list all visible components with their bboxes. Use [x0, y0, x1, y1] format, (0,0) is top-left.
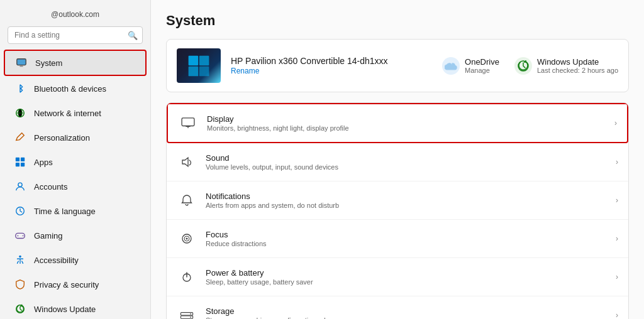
settings-subtitle-storage: Storage space, drives, configuration rul… — [206, 316, 616, 319]
device-actions: OneDrive Manage Windows Update Last chec… — [442, 57, 618, 75]
action-subtitle-onedrive: Manage — [465, 67, 499, 74]
windows-logo-icon — [187, 55, 210, 77]
accessibility-icon — [14, 254, 26, 266]
sidebar-label-apps: Apps — [34, 158, 53, 167]
action-title-onedrive: OneDrive — [465, 57, 499, 67]
sound-icon — [177, 152, 197, 172]
settings-item-storage[interactable]: Storage Storage space, drives, configura… — [167, 296, 628, 319]
svg-point-14 — [19, 256, 21, 258]
svg-rect-18 — [189, 66, 199, 76]
chevron-icon-focus: › — [616, 234, 618, 243]
sidebar: @outlook.com 🔍 System Bluetooth & device… — [0, 0, 151, 319]
sidebar-item-system[interactable]: System — [4, 50, 147, 76]
sidebar-item-personalization[interactable]: Personalization — [4, 126, 147, 149]
sidebar-label-windows-update: Windows Update — [34, 305, 96, 314]
chevron-icon-storage: › — [616, 311, 618, 319]
device-info: HP Pavilion x360 Convertible 14-dh1xxx R… — [231, 56, 442, 75]
storage-icon — [177, 305, 197, 319]
power-icon — [177, 267, 197, 287]
windows-update-icon — [14, 303, 26, 315]
sidebar-item-gaming[interactable]: Gaming — [4, 224, 147, 247]
svg-point-9 — [18, 183, 22, 187]
svg-point-33 — [190, 316, 191, 318]
action-text-windows-update-action: Windows Update Last checked: 2 hours ago — [537, 57, 618, 74]
sidebar-item-apps[interactable]: Apps — [4, 150, 147, 174]
winupdate-icon — [514, 57, 532, 75]
focus-icon — [177, 229, 197, 249]
settings-title-display: Display — [207, 114, 614, 124]
device-name: HP Pavilion x360 Convertible 14-dh1xxx — [231, 56, 442, 66]
device-action-onedrive[interactable]: OneDrive Manage — [442, 57, 499, 75]
sidebar-item-accessibility[interactable]: Accessibility — [4, 248, 147, 272]
settings-text-sound: Sound Volume levels, output, input, soun… — [206, 153, 616, 171]
settings-title-sound: Sound — [206, 153, 616, 163]
settings-item-notifications[interactable]: Notifications Alerts from apps and syste… — [167, 181, 628, 220]
action-text-onedrive: OneDrive Manage — [465, 57, 499, 74]
action-subtitle-windows-update-action: Last checked: 2 hours ago — [537, 67, 618, 74]
system-icon — [15, 57, 28, 69]
sidebar-label-gaming: Gaming — [34, 231, 63, 241]
sidebar-item-windows-update[interactable]: Windows Update — [4, 297, 147, 319]
chevron-icon-sound: › — [616, 158, 618, 166]
chevron-icon-display: › — [614, 119, 617, 127]
settings-text-focus: Focus Reduce distractions — [206, 230, 616, 247]
settings-text-display: Display Monitors, brightness, night ligh… — [207, 114, 614, 132]
sidebar-label-personalization: Personalization — [34, 133, 90, 143]
sidebar-nav: System Bluetooth & devices Network & int… — [0, 49, 150, 319]
settings-subtitle-notifications: Alerts from apps and system, do not dist… — [206, 202, 616, 209]
rename-link[interactable]: Rename — [231, 67, 259, 75]
svg-rect-1 — [19, 66, 23, 67]
search-icon: 🔍 — [128, 31, 138, 40]
settings-title-notifications: Notifications — [206, 192, 616, 201]
sidebar-label-bluetooth: Bluetooth & devices — [34, 84, 106, 94]
svg-rect-19 — [199, 66, 209, 76]
settings-subtitle-power: Sleep, battery usage, battery saver — [206, 278, 616, 286]
svg-rect-21 — [182, 118, 194, 126]
network-icon — [14, 107, 26, 119]
chevron-icon-notifications: › — [616, 196, 618, 205]
notifications-icon — [177, 190, 197, 210]
sidebar-label-privacy: Privacy & security — [34, 280, 99, 289]
device-card: HP Pavilion x360 Convertible 14-dh1xxx R… — [166, 39, 629, 92]
settings-subtitle-display: Monitors, brightness, night light, displ… — [207, 124, 614, 132]
settings-item-focus[interactable]: Focus Reduce distractions › — [167, 220, 628, 258]
settings-title-focus: Focus — [206, 230, 616, 239]
settings-text-storage: Storage Storage space, drives, configura… — [206, 306, 616, 319]
settings-subtitle-focus: Reduce distractions — [206, 240, 616, 247]
sidebar-label-accounts: Accounts — [34, 182, 67, 192]
action-title-windows-update-action: Windows Update — [537, 57, 618, 67]
gaming-icon — [14, 229, 26, 242]
svg-point-32 — [190, 313, 191, 315]
svg-rect-16 — [189, 55, 199, 65]
search-input[interactable] — [8, 26, 143, 44]
settings-subtitle-sound: Volume levels, output, input, sound devi… — [206, 163, 616, 171]
accounts-icon — [14, 180, 26, 193]
svg-rect-0 — [17, 59, 26, 65]
display-icon — [178, 113, 198, 133]
svg-marker-24 — [182, 158, 188, 166]
sidebar-item-accounts[interactable]: Accounts — [4, 175, 147, 198]
sidebar-item-time[interactable]: Time & language — [4, 199, 147, 223]
sidebar-label-time: Time & language — [34, 207, 96, 216]
bluetooth-icon — [14, 82, 26, 95]
settings-item-sound[interactable]: Sound Volume levels, output, input, soun… — [167, 143, 628, 181]
settings-item-display[interactable]: Display Monitors, brightness, night ligh… — [167, 103, 628, 143]
sidebar-label-system: System — [35, 58, 62, 68]
sidebar-item-bluetooth[interactable]: Bluetooth & devices — [4, 77, 147, 100]
settings-item-power[interactable]: Power & battery Sleep, battery usage, ba… — [167, 258, 628, 296]
svg-rect-6 — [21, 158, 25, 161]
svg-point-27 — [186, 238, 188, 240]
sidebar-item-privacy[interactable]: Privacy & security — [4, 273, 147, 296]
device-action-windows-update-action[interactable]: Windows Update Last checked: 2 hours ago — [514, 57, 618, 75]
sidebar-label-accessibility: Accessibility — [34, 256, 79, 265]
privacy-icon — [14, 278, 26, 291]
settings-list: Display Monitors, brightness, night ligh… — [166, 102, 629, 319]
sidebar-item-network[interactable]: Network & internet — [4, 101, 147, 125]
search-container: 🔍 — [8, 26, 143, 44]
svg-rect-17 — [199, 55, 209, 65]
time-icon — [14, 205, 26, 217]
settings-title-power: Power & battery — [206, 268, 616, 278]
device-thumbnail — [177, 48, 221, 83]
sidebar-label-network: Network & internet — [34, 109, 101, 118]
settings-text-notifications: Notifications Alerts from apps and syste… — [206, 192, 616, 209]
